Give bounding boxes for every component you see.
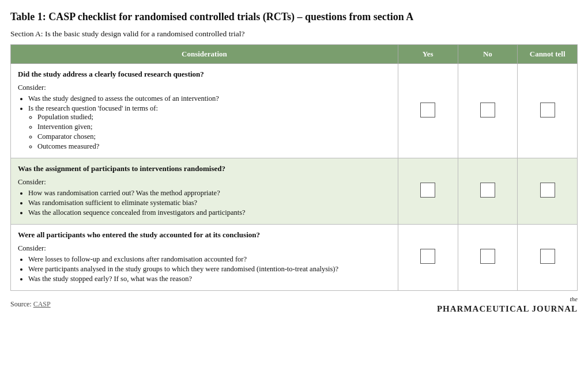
list-item: Comparator chosen; — [37, 132, 391, 141]
checkbox-cannot-tell-3[interactable] — [518, 225, 578, 291]
list-item: Were participants analysed in the study … — [28, 265, 391, 274]
table-row: Were all participants who entered the st… — [11, 225, 578, 291]
table-row: Was the assignment of participants to in… — [11, 158, 578, 225]
list-item: Was randomisation sufficient to eliminat… — [28, 199, 391, 207]
checkbox-box[interactable] — [540, 183, 555, 198]
checkbox-box[interactable] — [480, 249, 495, 264]
col-header-no: No — [458, 45, 518, 64]
list-item: Was the allocation sequence concealed fr… — [28, 208, 391, 217]
list-item: Outcomes measured? — [37, 142, 391, 151]
checkbox-box[interactable] — [540, 103, 555, 117]
source-link[interactable]: CASP — [33, 300, 51, 308]
journal-name: PHARMACEUTICAL JOURNAL — [437, 304, 578, 314]
checkbox-box[interactable] — [540, 249, 555, 264]
checkbox-box[interactable] — [420, 249, 435, 264]
checkbox-yes-1[interactable] — [398, 64, 458, 158]
checkbox-box[interactable] — [420, 103, 435, 117]
list-item: Intervention given; — [37, 123, 391, 131]
list-item: Was the study designed to assess the out… — [28, 94, 391, 103]
checkbox-box[interactable] — [420, 183, 435, 198]
bullet-list-2: How was randomisation carried out? Was t… — [28, 189, 391, 217]
bullet-list-1: Was the study designed to assess the out… — [28, 94, 391, 151]
list-item: Is the research question 'focused' in te… — [28, 104, 391, 151]
page-title: Table 1: CASP checklist for randomised c… — [10, 10, 578, 24]
question-2: Was the assignment of participants to in… — [18, 164, 391, 173]
bullet-list-3: Were losses to follow-up and exclusions … — [28, 255, 391, 283]
journal-logo: the PHARMACEUTICAL JOURNAL — [437, 295, 578, 313]
checkbox-no-2[interactable] — [458, 158, 518, 225]
journal-the: the — [437, 295, 578, 303]
checkbox-box[interactable] — [480, 103, 495, 117]
checkbox-no-1[interactable] — [458, 64, 518, 158]
consider-label-2: Consider: — [18, 178, 391, 187]
consideration-cell-3: Were all participants who entered the st… — [11, 225, 398, 291]
section-heading: Section A: Is the basic study design val… — [10, 29, 578, 39]
col-header-cannot-tell: Cannot tell — [518, 45, 578, 64]
consideration-cell-2: Was the assignment of participants to in… — [11, 158, 398, 225]
source-label: Source: — [10, 300, 32, 308]
checkbox-box[interactable] — [480, 183, 495, 198]
checkbox-yes-2[interactable] — [398, 158, 458, 225]
checkbox-yes-3[interactable] — [398, 225, 458, 291]
col-header-yes: Yes — [398, 45, 458, 64]
list-item: Were losses to follow-up and exclusions … — [28, 255, 391, 264]
consideration-cell-1: Did the study address a clearly focused … — [11, 64, 398, 158]
col-header-consideration: Consideration — [11, 45, 398, 64]
list-item: Population studied; — [37, 113, 391, 122]
consider-label-1: Consider: — [18, 84, 391, 92]
list-item: How was randomisation carried out? Was t… — [28, 189, 391, 198]
list-item: Was the study stopped early? If so, what… — [28, 275, 391, 283]
table-row: Did the study address a clearly focused … — [11, 64, 578, 158]
question-3: Were all participants who entered the st… — [18, 230, 391, 240]
checkbox-no-3[interactable] — [458, 225, 518, 291]
checkbox-cannot-tell-2[interactable] — [518, 158, 578, 225]
footer: Source: CASP the PHARMACEUTICAL JOURNAL — [10, 295, 578, 313]
question-1: Did the study address a clearly focused … — [18, 70, 391, 79]
checklist-table: Consideration Yes No Cannot tell Did the… — [10, 44, 578, 291]
consider-label-3: Consider: — [18, 244, 391, 253]
source-credit: Source: CASP — [10, 300, 51, 309]
checkbox-cannot-tell-1[interactable] — [518, 64, 578, 158]
sub-bullet-list-1: Population studied; Intervention given; … — [37, 113, 391, 151]
